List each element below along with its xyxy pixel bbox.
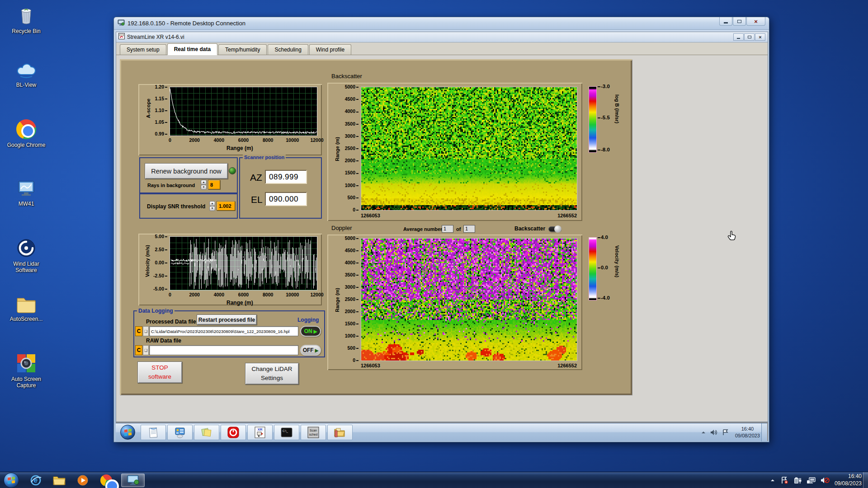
host-start-button[interactable] bbox=[4, 473, 19, 488]
chrome-icon bbox=[100, 474, 112, 486]
axis-tick: 1.10 bbox=[155, 108, 167, 113]
desktop-icon-mw41[interactable]: MW41 bbox=[3, 179, 50, 207]
doppler-x-start: 1266053 bbox=[361, 363, 380, 368]
vi-titlebar[interactable]: StreamLine XR v14-6.vi × bbox=[116, 32, 768, 42]
axis-tick: 500 bbox=[347, 195, 359, 200]
axis-tick: 0 bbox=[353, 357, 359, 363]
desktop-icon-label: MW41 bbox=[3, 201, 50, 207]
taskbar-display-settings-button[interactable] bbox=[167, 425, 193, 440]
taskbar-notepad-button[interactable] bbox=[141, 425, 166, 440]
host-show-desktop-button[interactable] bbox=[863, 472, 868, 488]
tab-strip: System setupReal time dataTemp/humidityS… bbox=[116, 42, 768, 55]
taskbar-remote-desktop-button[interactable] bbox=[121, 474, 145, 487]
az-value-field[interactable]: 089.999 bbox=[265, 170, 307, 184]
backscatter-graph: Range (m) 500045004000350030002500200015… bbox=[327, 83, 582, 221]
desktop-icon-recycle-bin[interactable]: Recycle Bin bbox=[3, 5, 50, 35]
desktop-icon-google-chrome[interactable]: Google Chrome bbox=[3, 119, 50, 149]
raw-drive-box[interactable]: C bbox=[135, 345, 142, 355]
tab-system-setup[interactable]: System setup bbox=[120, 44, 166, 55]
tab-scheduling[interactable]: Scheduling bbox=[268, 44, 308, 55]
tray-expand-icon[interactable] bbox=[701, 430, 706, 435]
wind-lidar-icon bbox=[3, 238, 50, 260]
action-center-flag-icon[interactable] bbox=[722, 429, 729, 436]
taskbar-streamline-xr-button[interactable]: XR bbox=[247, 425, 273, 440]
axis-tick: 0 bbox=[169, 292, 171, 297]
processed-browse-icon[interactable]: ❏ bbox=[143, 326, 149, 336]
velocity-y-axis-label: Velocity (m/s) bbox=[145, 245, 150, 277]
average-total-field[interactable]: 1 bbox=[463, 225, 475, 233]
taskbar-chrome-button[interactable] bbox=[97, 474, 116, 487]
svg-text:Scan: Scan bbox=[310, 429, 317, 432]
remote-show-desktop-button[interactable] bbox=[761, 423, 767, 441]
svg-text:C:\_: C:\_ bbox=[283, 429, 288, 433]
bl-view-icon bbox=[3, 60, 50, 81]
processed-drive-box[interactable]: C bbox=[135, 326, 142, 336]
snr-value[interactable]: 1.002 bbox=[217, 201, 235, 211]
tab-real-time-data[interactable]: Real time data bbox=[167, 43, 217, 55]
renew-background-button[interactable]: Renew background now bbox=[145, 163, 228, 179]
remote-start-button[interactable] bbox=[120, 425, 135, 440]
average-number-label: Average number bbox=[403, 226, 442, 232]
taskbar-media-player-button[interactable] bbox=[73, 474, 92, 487]
axis-tick: 3000 bbox=[345, 284, 359, 290]
velocity-x-axis-label: Range (m) bbox=[226, 300, 253, 306]
recycle-bin-icon bbox=[3, 5, 50, 27]
axis-tick: 4000 bbox=[214, 137, 224, 143]
tab-wind-profile[interactable]: Wind profile bbox=[309, 44, 351, 55]
off-arrow-icon: ▶ bbox=[315, 348, 319, 353]
snr-spinner[interactable]: ▲▼ bbox=[209, 201, 215, 211]
processed-logging-toggle[interactable]: ON▶ bbox=[300, 326, 321, 337]
host-clock[interactable]: 16:40 09/08/2023 bbox=[835, 473, 862, 487]
ascope-y-axis-label: A-scope bbox=[146, 99, 151, 118]
change-lidar-settings-button[interactable]: Change LiDARSettings bbox=[245, 363, 299, 385]
desktop-icon-autoscreen-folder[interactable]: AutoScreen... bbox=[3, 295, 50, 323]
rdp-minimize-button[interactable] bbox=[719, 17, 732, 26]
raw-path-field[interactable] bbox=[149, 345, 298, 355]
average-number-field[interactable]: 1 bbox=[442, 225, 453, 233]
rays-spinner[interactable]: ▲▼ bbox=[201, 180, 207, 189]
restart-processed-file-button[interactable]: Restart processed file bbox=[197, 314, 257, 325]
el-value-field[interactable]: 090.000 bbox=[265, 192, 307, 206]
vi-maximize-button[interactable] bbox=[744, 33, 755, 41]
tab-temp-humidity[interactable]: Temp/humidity bbox=[218, 44, 267, 55]
axis-tick: 1000 bbox=[345, 183, 359, 188]
remote-clock[interactable]: 16:40 09/08/2023 bbox=[735, 426, 760, 439]
desktop-icon-wind-lidar[interactable]: Wind Lidar Software bbox=[3, 238, 50, 274]
tray-expand-icon[interactable] bbox=[770, 478, 775, 483]
axis-tick: 500 bbox=[347, 345, 359, 351]
raw-browse-icon[interactable]: ❏ bbox=[143, 345, 149, 355]
volume-muted-icon[interactable] bbox=[821, 477, 830, 484]
rdp-titlebar[interactable]: 192.168.0.150 - Remote Desktop Connectio… bbox=[114, 17, 769, 30]
axis-tick: 3500 bbox=[345, 272, 359, 277]
processed-path-field[interactable]: C:\Lidar\Data\Proc\2023\202308\20230809\… bbox=[149, 326, 298, 336]
background-frame: Renew background now Rays in background … bbox=[139, 157, 238, 193]
backscatter-toggle-switch[interactable] bbox=[548, 226, 561, 232]
streamline-xr-icon: XR bbox=[254, 427, 266, 438]
rays-value[interactable]: 8 bbox=[208, 180, 220, 189]
taskbar-file-explorer-button[interactable] bbox=[327, 425, 353, 440]
axis-tick: 8000 bbox=[263, 292, 273, 297]
battery-power-icon[interactable] bbox=[793, 477, 802, 484]
velocity-plot bbox=[170, 237, 317, 290]
folder-icon bbox=[52, 475, 66, 486]
svg-text:e: e bbox=[34, 476, 38, 484]
vi-close-button[interactable]: × bbox=[755, 33, 765, 41]
vi-minimize-button[interactable] bbox=[733, 33, 744, 41]
taskbar-command-prompt-button[interactable]: C:\_ bbox=[274, 425, 299, 440]
rdp-maximize-button[interactable] bbox=[733, 17, 746, 26]
volume-icon[interactable] bbox=[710, 429, 718, 436]
action-center-flag-icon[interactable] bbox=[780, 477, 788, 484]
taskbar-stop-software-button[interactable] bbox=[221, 425, 246, 440]
network-icon[interactable] bbox=[807, 477, 816, 484]
scanner-position-frame: Scanner position AZ 089.999 EL 090.000 bbox=[239, 157, 322, 219]
rdp-close-button[interactable]: × bbox=[746, 17, 765, 26]
raw-logging-toggle[interactable]: OFF▶ bbox=[300, 345, 321, 356]
taskbar-windows-explorer-button[interactable] bbox=[50, 474, 69, 487]
desktop-icon-auto-screen-capture[interactable]: Auto Screen Capture bbox=[3, 353, 50, 389]
desktop-icon-bl-view[interactable]: BL-View bbox=[3, 60, 50, 89]
taskbar-internet-explorer-button[interactable]: e bbox=[26, 474, 45, 487]
stop-software-button[interactable]: STOPsoftware bbox=[137, 361, 182, 383]
taskbar-scan-scheduler-button[interactable]: Scansched bbox=[301, 425, 326, 440]
axis-tick: 0.99 bbox=[155, 131, 167, 136]
taskbar-sticky-notes-button[interactable] bbox=[194, 425, 219, 440]
